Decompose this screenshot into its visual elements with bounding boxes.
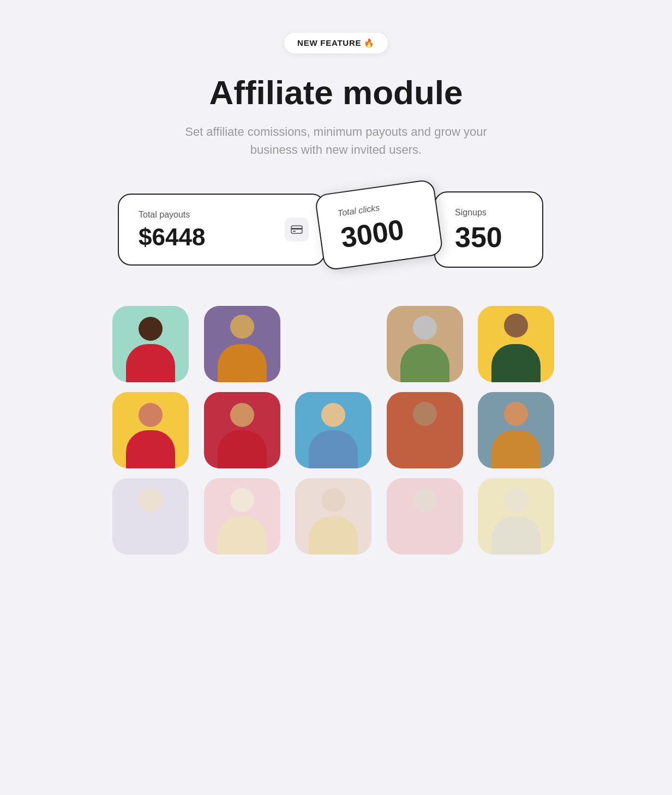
- page-title: Affiliate module: [209, 73, 463, 112]
- clicks-value: 3000: [339, 213, 421, 252]
- svg-rect-2: [293, 231, 296, 232]
- badge-text: NEW FEATURE: [297, 38, 361, 47]
- avatar-12: [204, 478, 280, 555]
- avatar-13: [295, 478, 371, 555]
- stat-card-clicks: Total clicks 3000: [314, 179, 443, 271]
- stats-row: Total payouts $6448 Total clicks 3000 Si…: [118, 191, 554, 268]
- avatar-grid: [112, 306, 560, 555]
- avatar-9: [387, 392, 463, 468]
- hero-subtitle: Set affiliate comissions, minimum payout…: [172, 123, 500, 159]
- payouts-label: Total payouts: [139, 210, 304, 220]
- payouts-value: $6448: [139, 225, 304, 249]
- avatar-15: [478, 478, 554, 555]
- avatar-11: [112, 478, 189, 555]
- signups-label: Signups: [455, 208, 523, 218]
- signups-value: 350: [455, 223, 523, 251]
- avatar-3-empty: [295, 306, 371, 382]
- avatar-14: [387, 478, 463, 555]
- svg-rect-1: [291, 228, 302, 230]
- stat-card-payouts: Total payouts $6448: [118, 194, 325, 266]
- avatar-6: [112, 392, 189, 468]
- new-feature-badge: NEW FEATURE 🔥: [284, 33, 388, 53]
- badge-emoji: 🔥: [364, 38, 375, 47]
- page-wrapper: NEW FEATURE 🔥 Affiliate module Set affil…: [0, 0, 672, 576]
- avatar-4: [387, 306, 463, 382]
- avatar-2: [204, 306, 280, 382]
- avatar-1: [112, 306, 189, 382]
- avatar-5: [478, 306, 554, 382]
- avatars-section: [112, 306, 560, 555]
- avatar-8: [295, 392, 371, 468]
- card-icon-payment: [285, 218, 309, 242]
- avatar-7: [204, 392, 280, 468]
- avatar-10: [478, 392, 554, 468]
- stat-card-signups: Signups 350: [434, 191, 543, 268]
